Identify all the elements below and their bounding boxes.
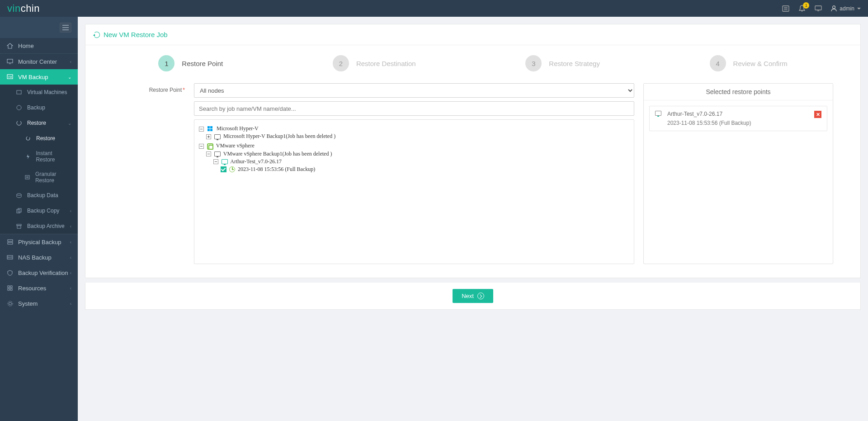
wizard-steps: 1 Restore Point 2 Restore Destination 3 … — [85, 45, 860, 83]
chevron-down-icon: ⌄ — [68, 75, 71, 80]
restore-point-tree: − Microsoft Hyper-V + Microsoft Hyper-V … — [194, 119, 634, 264]
copy-icon — [15, 207, 23, 214]
remove-button[interactable]: ✕ — [814, 111, 821, 118]
home-icon — [6, 42, 14, 49]
svg-point-14 — [17, 121, 21, 125]
sidebar-item-physical-backup[interactable]: Physical Backup ‹ — [0, 234, 78, 250]
search-input[interactable] — [194, 101, 634, 116]
sidebar-sub-virtual-machines[interactable]: Virtual Machines — [0, 85, 78, 100]
sidebar: Home Monitor Center ‹ VM VM Backup ⌄ Vir… — [0, 17, 78, 421]
bell-icon[interactable]: 1 — [798, 5, 806, 12]
svg-point-33 — [8, 301, 13, 306]
collapse-icon[interactable]: − — [199, 144, 204, 149]
brand-logo: vinchin — [7, 3, 40, 14]
vm-icon: VM — [6, 73, 14, 80]
chevron-icon: ‹ — [70, 301, 71, 306]
gear-icon — [6, 300, 14, 307]
sidebar-sub-backup-archive[interactable]: Backup Archive ‹ — [0, 218, 78, 234]
sidebar-item-backup-verification[interactable]: Backup Verification ‹ — [0, 265, 78, 280]
step-number: 4 — [710, 55, 726, 71]
tree-node-restore-point[interactable]: 2023-11-08 15:53:56 (Full Backup) — [221, 165, 630, 174]
chevron-down-icon: ⌄ — [68, 121, 71, 126]
vm-icon — [655, 111, 661, 116]
svg-rect-16 — [25, 175, 29, 179]
svg-point-7 — [833, 6, 835, 9]
arrow-right-icon — [477, 293, 484, 299]
tree-node-vmware[interactable]: − VMware vSphere − VMware vSphere Backup… — [199, 142, 630, 176]
svg-rect-25 — [8, 242, 13, 244]
sidebar-sub-backup[interactable]: Backup — [0, 100, 78, 115]
svg-point-13 — [17, 105, 21, 110]
step-2: 2 Restore Destination — [333, 55, 416, 71]
selected-title: Selected restore points — [644, 84, 833, 100]
svg-text:NAS: NAS — [8, 256, 13, 259]
chevron-icon: ‹ — [70, 270, 71, 275]
step-number: 1 — [158, 55, 175, 71]
selected-point: 2023-11-08 15:53:56 (Full Backup) — [667, 120, 810, 126]
page-title: New VM Restore Job — [104, 31, 168, 38]
user-menu[interactable]: admin — [831, 5, 861, 12]
node-select[interactable]: All nodes — [194, 83, 634, 98]
collapse-icon[interactable]: − — [206, 151, 211, 156]
sidebar-toggle[interactable] — [60, 23, 71, 33]
chevron-down-icon — [857, 8, 861, 9]
sidebar-item-home[interactable]: Home — [0, 38, 78, 54]
wizard-footer: Next — [85, 283, 861, 310]
step-3: 3 Restore Strategy — [525, 55, 600, 71]
sidebar-sub-restore[interactable]: Restore ⌄ — [0, 115, 78, 131]
sidebar-sub-backup-copy[interactable]: Backup Copy ‹ — [0, 203, 78, 218]
sidebar-sub2-granular-restore[interactable]: Granular Restore — [0, 167, 78, 188]
sidebar-item-resources[interactable]: Resources ‹ — [0, 280, 78, 296]
tree-node-hyperv-job[interactable]: + Microsoft Hyper-V Backup1(Job has been… — [206, 132, 630, 141]
vm-icon — [222, 159, 228, 164]
nas-icon: NAS — [6, 254, 14, 261]
step-number: 2 — [333, 55, 349, 71]
clock-icon — [229, 166, 235, 172]
svg-rect-29 — [10, 286, 12, 288]
checkbox-checked-icon[interactable] — [221, 166, 226, 172]
sidebar-item-vm-backup[interactable]: VM VM Backup ⌄ — [0, 69, 78, 85]
svg-point-19 — [17, 194, 21, 195]
granular-icon — [24, 174, 31, 181]
sidebar-sub-backup-data[interactable]: Backup Data — [0, 188, 78, 203]
tree-node-hyperv[interactable]: − Microsoft Hyper-V + Microsoft Hyper-V … — [199, 124, 630, 142]
user-name: admin — [840, 5, 854, 12]
chevron-icon: ‹ — [70, 224, 71, 229]
svg-rect-30 — [8, 289, 9, 290]
chevron-icon: ‹ — [70, 286, 71, 291]
expand-icon[interactable]: + — [206, 134, 211, 139]
step-1: 1 Restore Point — [158, 55, 223, 71]
chevron-icon: ‹ — [70, 208, 71, 213]
selected-item: Arthur-Test_v7.0-26.17 2023-11-08 15:53:… — [649, 106, 827, 131]
restore-icon — [15, 119, 23, 127]
collapse-icon[interactable]: − — [213, 159, 218, 164]
form-label: Restore Point* — [113, 83, 185, 264]
vmware-icon — [207, 143, 213, 150]
svg-rect-31 — [10, 289, 12, 290]
svg-text:VM: VM — [8, 76, 12, 78]
tree-node-vmware-job[interactable]: − VMware vSphere Backup1(Job has been de… — [206, 150, 630, 175]
collapse-icon[interactable]: − — [199, 127, 204, 132]
sidebar-item-system[interactable]: System ‹ — [0, 296, 78, 311]
next-button[interactable]: Next — [453, 289, 493, 303]
selected-panel: Selected restore points Arthur-Test_v7.0… — [643, 83, 833, 264]
sidebar-item-monitor[interactable]: Monitor Center ‹ — [0, 54, 78, 69]
archive-icon — [15, 222, 23, 230]
svg-rect-24 — [8, 240, 13, 241]
restore-icon — [94, 32, 100, 38]
svg-rect-8 — [7, 59, 13, 63]
sidebar-item-nas-backup[interactable]: NAS NAS Backup ‹ — [0, 250, 78, 265]
sidebar-sub2-restore[interactable]: Restore — [0, 131, 78, 146]
windows-icon — [207, 126, 213, 132]
sidebar-sub2-instant-restore[interactable]: Instant Restore — [0, 146, 78, 167]
screen-icon[interactable] — [815, 5, 822, 12]
svg-rect-28 — [8, 286, 9, 288]
monitor-icon — [6, 58, 14, 65]
tree-node-vm[interactable]: − Arthur-Test_v7.0-26.17 — [213, 157, 630, 175]
step-4: 4 Review & Confirm — [710, 55, 788, 71]
job-icon — [214, 151, 221, 156]
data-icon — [15, 192, 23, 199]
grid-icon — [6, 284, 14, 292]
selected-vm-name: Arthur-Test_v7.0-26.17 — [667, 111, 810, 117]
list-icon[interactable] — [782, 5, 789, 12]
